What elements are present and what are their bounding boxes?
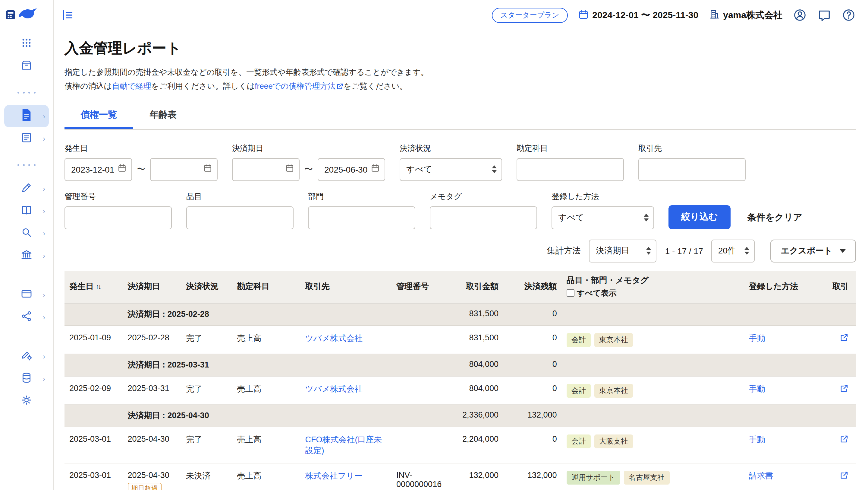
plan-badge[interactable]: スタータープラン: [492, 7, 567, 23]
sidebar-item-bank[interactable]: ›: [4, 244, 49, 267]
filter-row-1: 発生日 〜 決済期日: [64, 143, 856, 181]
cell-tags: 会計東京本社: [562, 325, 744, 354]
account-input-value[interactable]: [523, 165, 618, 174]
partner-input-value[interactable]: [645, 165, 740, 174]
open-deal-icon[interactable]: [840, 434, 849, 443]
sidebar-item-wallet[interactable]: ›: [4, 284, 49, 306]
select-arrows-icon: [745, 247, 749, 255]
open-deal-icon[interactable]: [840, 384, 849, 393]
method-link[interactable]: 手動: [749, 334, 765, 343]
cell-account: 売上高: [232, 376, 301, 405]
method-link[interactable]: 手動: [749, 435, 765, 444]
memo-tag-input[interactable]: [430, 206, 537, 229]
chat-support-icon[interactable]: [817, 8, 831, 22]
item-tag: 会計: [567, 434, 591, 449]
sidebar-item-integrations[interactable]: ›: [4, 306, 49, 328]
sidebar-item-books[interactable]: ›: [4, 200, 49, 222]
receivable-management-help-link[interactable]: freeeでの債権管理方法: [255, 82, 336, 91]
occur-date-to-input[interactable]: [150, 158, 218, 181]
department-tag: 大阪支社: [594, 434, 633, 449]
freee-swallow-logo-icon[interactable]: [18, 7, 37, 24]
control-number-input-value[interactable]: [71, 213, 166, 223]
user-account-icon[interactable]: [793, 8, 807, 22]
tab-aging[interactable]: 年齢表: [133, 104, 193, 129]
share-nodes-icon: [21, 310, 33, 324]
partner-input[interactable]: [638, 158, 746, 181]
aggregate-select[interactable]: 決済期日: [589, 239, 657, 262]
status-select[interactable]: すべて: [400, 158, 502, 181]
sidebar-item-custom-settings[interactable]: ›: [4, 345, 49, 368]
department-input[interactable]: [308, 206, 415, 229]
occur-date-from-input[interactable]: [64, 158, 132, 181]
calendar-icon[interactable]: [368, 164, 380, 175]
sidebar-item-receipts[interactable]: ›: [4, 127, 49, 150]
filter-occur-date: 発生日 〜: [64, 143, 218, 181]
table-row: 2025-03-01 2025-04-30 完了 売上高 CFO株式会社(口座未…: [64, 427, 856, 463]
filter-submit-button[interactable]: 絞り込む: [669, 205, 730, 229]
fiscal-period[interactable]: 2024-12-01 〜 2025-11-30: [578, 9, 698, 22]
calendar-icon[interactable]: [115, 164, 127, 175]
cell-method: 手動: [744, 427, 827, 463]
help-icon[interactable]: [841, 8, 856, 22]
col-tags-label: 品目・部門・メモタグ: [567, 275, 739, 286]
auto-accounting-link[interactable]: 自動で経理: [112, 82, 151, 91]
cell-deal: [827, 427, 856, 463]
book-icon: [21, 204, 33, 218]
control-number-input[interactable]: [64, 206, 172, 229]
clear-filters-button[interactable]: 条件をクリア: [745, 212, 805, 229]
occur-date-to-value[interactable]: [157, 165, 201, 174]
cell-deal: [827, 325, 856, 354]
show-all-checkbox[interactable]: [567, 289, 575, 297]
partner-link[interactable]: ツバメ株式会社: [305, 384, 363, 394]
memo-tag-input-value[interactable]: [436, 213, 532, 223]
export-button-label: エクスポート: [781, 246, 832, 256]
col-deal: 取引: [827, 271, 856, 303]
due-date-to-value[interactable]: [324, 165, 368, 174]
sidebar-item-master-data[interactable]: ›: [4, 368, 49, 390]
filter-label: 決済状況: [400, 143, 502, 154]
method-link[interactable]: 請求書: [749, 471, 773, 480]
open-deal-icon[interactable]: [840, 333, 849, 342]
department-input-value[interactable]: [315, 213, 410, 223]
table-row: 2025-03-01 2025-04-30 期日超過 未決済 売上高 株式会社フ…: [64, 463, 856, 490]
sidebar-item-manual-entry[interactable]: ›: [4, 177, 49, 200]
occur-date-from-value[interactable]: [71, 165, 115, 174]
cell-due-date: 2025-03-31: [123, 376, 181, 405]
group-remaining: 0: [503, 354, 562, 376]
sidebar-item-apps[interactable]: [4, 33, 49, 55]
show-all-checkbox-label[interactable]: すべて表示: [567, 288, 739, 299]
sidebar-item-box[interactable]: [4, 55, 49, 77]
item-input[interactable]: [186, 206, 293, 229]
tab-receivables[interactable]: 債権一覧: [64, 104, 133, 129]
sidebar-toggle-icon[interactable]: [61, 8, 74, 22]
per-page-select[interactable]: 20件: [712, 239, 755, 262]
calendar-icon[interactable]: [201, 164, 212, 175]
calendar-icon[interactable]: [283, 164, 294, 175]
cell-control-number: [392, 376, 449, 405]
partner-link[interactable]: ツバメ株式会社: [305, 334, 363, 343]
sort-arrows-icon[interactable]: ↑↓: [96, 283, 100, 291]
department-tag: 東京本社: [594, 333, 633, 347]
brand-logos: [0, 0, 53, 25]
sidebar-item-settings[interactable]: [4, 390, 49, 412]
sidebar-item-reports[interactable]: ›: [4, 105, 49, 127]
filter-status: 決済状況 すべて: [400, 143, 502, 181]
show-all-label: すべて表示: [577, 288, 617, 299]
sidebar-item-search[interactable]: ›: [4, 222, 49, 244]
due-date-to-input[interactable]: [318, 158, 385, 181]
partner-link[interactable]: CFO株式会社(口座未設定): [305, 435, 382, 455]
due-date-from-input[interactable]: [232, 158, 300, 181]
method-link[interactable]: 手動: [749, 384, 765, 394]
open-deal-icon[interactable]: [840, 471, 849, 480]
company-switcher[interactable]: yama株式会社: [709, 9, 782, 22]
register-method-select[interactable]: すべて: [552, 206, 654, 229]
account-input[interactable]: [517, 158, 624, 181]
select-arrows-icon: [647, 247, 651, 255]
cell-control-number: [392, 427, 449, 463]
partner-link[interactable]: 株式会社フリー: [305, 471, 362, 480]
export-button[interactable]: エクスポート: [771, 239, 856, 262]
due-date-from-value[interactable]: [239, 165, 283, 174]
cell-status: 完了: [181, 427, 232, 463]
item-input-value[interactable]: [193, 213, 288, 223]
apps-grid-icon: [21, 37, 32, 50]
